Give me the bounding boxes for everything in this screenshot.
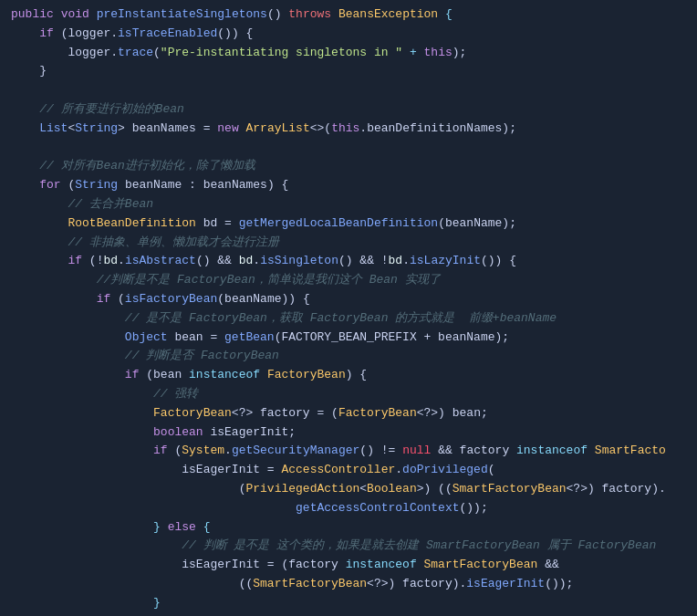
code-line (0, 139, 697, 158)
code-line: } else { (0, 518, 697, 538)
code-line: if (bean instanceof FactoryBean) { (0, 366, 697, 385)
code-line: // 非抽象、单例、懒加载才会进行注册 (0, 234, 697, 253)
code-line: if (!bd.isAbstract() && bd.isSingleton()… (0, 252, 697, 271)
code-line: //判断是不是 FactoryBean，简单说是我们这个 Bean 实现了 (0, 271, 697, 290)
code-line: // 强转 (0, 385, 697, 404)
code-line: if (logger.isTraceEnabled()) { (0, 25, 697, 44)
code-line: isEagerInit = (factory instanceof SmartF… (0, 556, 697, 575)
code-line: // 判断 是不是 这个类的，如果是就去创建 SmartFactoryBean … (0, 537, 697, 556)
code-line: List<String> beanNames = new ArrayList<>… (0, 120, 697, 139)
code-line (0, 81, 697, 100)
code-line: getAccessControlContext()); (0, 499, 697, 518)
code-line: for (String beanName : beanNames) { (0, 176, 697, 195)
code-line: logger.trace("Pre-instantiating singleto… (0, 44, 697, 63)
code-line: if (System.getSecurityManager() != null … (0, 442, 697, 461)
code-line: (PrivilegedAction<Boolean>) ((SmartFacto… (0, 480, 697, 499)
code-line: RootBeanDefinition bd = getMergedLocalBe… (0, 214, 697, 234)
code-line: ((SmartFactoryBean<?>) factory).isEagerI… (0, 575, 697, 594)
code-line: boolean isEagerInit; (0, 423, 697, 443)
code-line: if (isFactoryBean(beanName)) { (0, 290, 697, 309)
code-line: public void preInstantiateSingletons() t… (0, 5, 697, 25)
code-line: } (0, 62, 697, 81)
code-line: // 对所有Bean进行初始化，除了懒加载 (0, 157, 697, 176)
code-line: // 是不是 FactoryBean，获取 FactoryBean 的方式就是 … (0, 309, 697, 329)
code-line: isEagerInit = AccessController.doPrivile… (0, 461, 697, 480)
code-line: // 所有要进行初始的Bean (0, 100, 697, 120)
code-line: FactoryBean<?> factory = (FactoryBean<?>… (0, 404, 697, 423)
code-line: // 去合并Bean (0, 195, 697, 214)
code-editor: public void preInstantiateSingletons() t… (0, 0, 697, 616)
code-line: // 判断是否 FactoryBean (0, 347, 697, 366)
code-line: Object bean = getBean(FACTORY_BEAN_PREFI… (0, 329, 697, 348)
code-line: } (0, 594, 697, 613)
